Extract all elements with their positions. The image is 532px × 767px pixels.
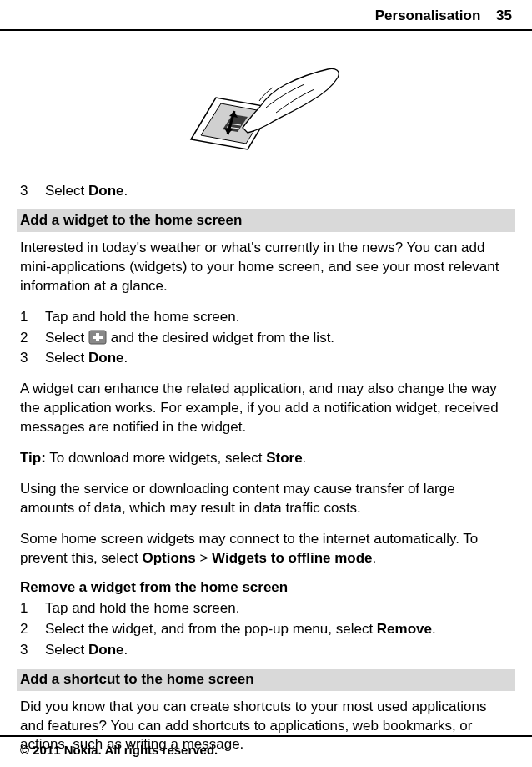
subheading-remove-widget: Remove a widget from the home screen [20, 578, 512, 598]
drag-illustration [20, 31, 512, 182]
data-costs-paragraph: Using the service or downloading content… [20, 480, 512, 518]
tip-paragraph: Tip: To download more widgets, select St… [20, 449, 512, 468]
steps-remove-widget: 1 Tap and hold the home screen. 2 Select… [20, 599, 512, 660]
section-heading-add-widget: Add a widget to the home screen [17, 209, 515, 232]
step-row: 3 Select Done. [20, 182, 512, 201]
svg-rect-10 [93, 336, 103, 339]
page-number: 35 [496, 8, 512, 23]
step-row: 3 Select Done. [20, 349, 512, 368]
step-number: 3 [20, 182, 45, 201]
step-row: 3 Select Done. [20, 641, 512, 660]
section-heading-add-shortcut: Add a shortcut to the home screen [17, 669, 515, 691]
page-content: 3 Select Done. Add a widget to the home … [0, 31, 532, 767]
chapter-title: Personalisation [375, 8, 481, 23]
page-footer: © 2011 Nokia. All rights reserved. [0, 735, 532, 767]
step-row: 1 Tap and hold the home screen. [20, 308, 512, 327]
intro-paragraph: Interested in today's weather or what's … [20, 239, 512, 296]
offline-mode-paragraph: Some home screen widgets may connect to … [20, 530, 512, 568]
step-row: 2 Select and the desired widget from the… [20, 329, 512, 348]
step-row: 1 Tap and hold the home screen. [20, 599, 512, 618]
step-text: Select Done. [45, 182, 512, 201]
widget-enhance-paragraph: A widget can enhance the related applica… [20, 380, 512, 437]
step-row: 2 Select the widget, and from the pop-up… [20, 620, 512, 639]
page-header: Personalisation 35 [0, 0, 532, 31]
steps-add-widget: 1 Tap and hold the home screen. 2 Select… [20, 308, 512, 369]
plus-icon [88, 330, 107, 345]
